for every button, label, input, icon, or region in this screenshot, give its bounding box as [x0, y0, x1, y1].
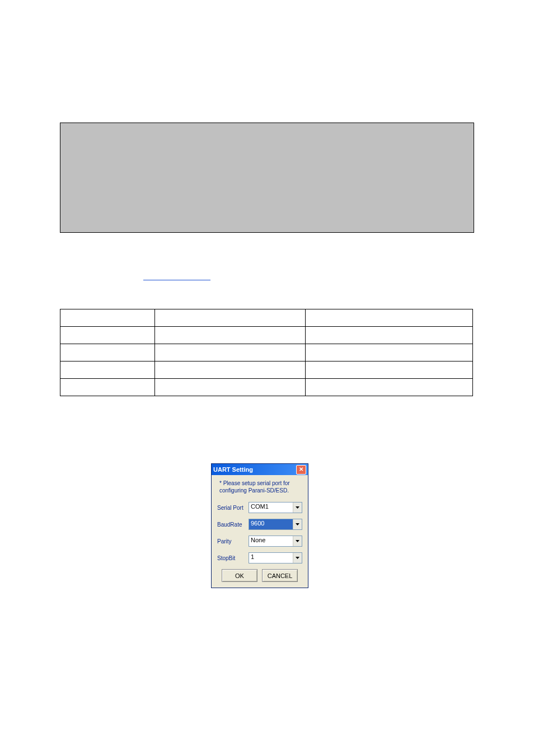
table-cell: [154, 344, 305, 361]
table-cell: [306, 379, 473, 396]
row-baud-rate: BaudRate 9600: [217, 519, 302, 530]
link-placeholder: [143, 279, 210, 280]
baud-rate-select[interactable]: 9600: [249, 519, 302, 530]
chevron-down-icon[interactable]: [293, 536, 302, 546]
label-parity: Parity: [217, 538, 249, 544]
table-cell: [154, 327, 305, 344]
svg-marker-0: [296, 506, 299, 509]
dialog-body: * Please setup serial port for configuri…: [212, 475, 308, 588]
parity-value: None: [249, 536, 293, 546]
empty-table: [60, 309, 473, 396]
close-button[interactable]: ✕: [296, 465, 306, 475]
close-icon: ✕: [299, 467, 303, 472]
row-serial-port: Serial Port COM1: [217, 502, 302, 513]
chevron-down-icon[interactable]: [293, 503, 302, 513]
chevron-down-icon[interactable]: [293, 553, 302, 563]
serial-port-value: COM1: [249, 503, 293, 513]
table-cell: [60, 361, 155, 379]
dialog-title: UART Setting: [213, 466, 253, 473]
table-cell: [60, 327, 155, 344]
svg-marker-1: [296, 523, 299, 525]
table-cell: [154, 309, 305, 327]
table-cell: [60, 309, 155, 327]
table-cell: [60, 344, 155, 361]
label-baud-rate: BaudRate: [217, 522, 249, 528]
table-cell: [306, 361, 473, 379]
stop-bit-value: 1: [249, 553, 293, 563]
table-cell: [154, 379, 305, 396]
chevron-down-icon[interactable]: [293, 519, 302, 529]
label-serial-port: Serial Port: [217, 505, 249, 511]
svg-marker-2: [296, 540, 299, 542]
table-cell: [60, 379, 155, 396]
table-cell: [154, 361, 305, 379]
parity-select[interactable]: None: [249, 536, 302, 547]
row-stop-bit: StopBit 1: [217, 552, 302, 564]
dialog-hint: * Please setup serial port for configuri…: [217, 480, 302, 494]
button-row: OK CANCEL: [217, 569, 302, 582]
ok-button[interactable]: OK: [222, 569, 257, 582]
uart-setting-dialog: UART Setting ✕ * Please setup serial por…: [211, 463, 308, 588]
cancel-button[interactable]: CANCEL: [262, 569, 298, 582]
baud-rate-value: 9600: [249, 519, 293, 529]
row-parity: Parity None: [217, 536, 302, 547]
label-stop-bit: StopBit: [217, 555, 249, 561]
table-cell: [306, 344, 473, 361]
svg-marker-3: [296, 557, 299, 559]
grey-box: [60, 123, 474, 233]
table-cell: [306, 327, 473, 344]
stop-bit-select[interactable]: 1: [249, 552, 302, 564]
titlebar[interactable]: UART Setting ✕: [212, 464, 308, 475]
table-cell: [306, 309, 473, 327]
serial-port-select[interactable]: COM1: [249, 502, 302, 513]
